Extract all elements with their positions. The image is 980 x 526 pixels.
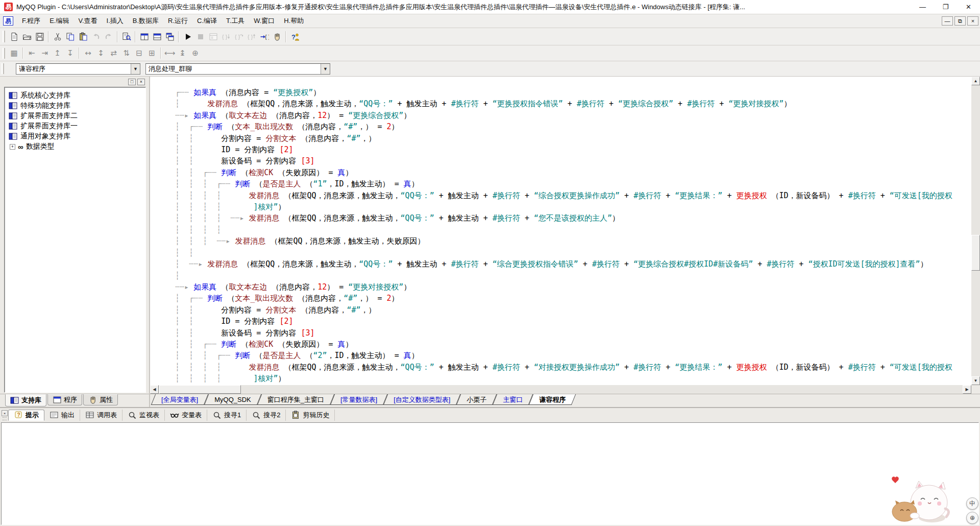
panel-grip[interactable] xyxy=(3,417,7,420)
center-in-window-button[interactable]: ⊕ xyxy=(189,47,202,60)
panel-tab-程序[interactable]: 程序 xyxy=(47,394,82,405)
mdi-close-button[interactable]: × xyxy=(967,16,978,26)
program-combobox[interactable]: 谦容程序 ▼ xyxy=(16,63,140,75)
chevron-down-icon[interactable]: ▼ xyxy=(131,64,140,74)
toolbar-grip[interactable] xyxy=(3,31,5,42)
align-left-button[interactable]: ⇤ xyxy=(26,47,38,60)
stop-button[interactable] xyxy=(194,30,207,43)
align-bottom-button[interactable]: ↧ xyxy=(64,47,77,60)
tree-item-support-library[interactable]: 扩展界面支持库二 xyxy=(6,111,144,121)
code-line[interactable]: ┆ xyxy=(175,270,971,281)
menu-item-e[interactable]: E.编辑 xyxy=(45,14,74,28)
file-tab-常量数据表[interactable]: [常量数据表] xyxy=(332,394,385,405)
redo-button[interactable] xyxy=(102,30,115,43)
output-content-area[interactable] xyxy=(1,422,979,525)
floating-widget-ime[interactable]: 中 xyxy=(966,497,978,510)
code-line[interactable]: ┆ ┆ 新设备码 = 分割内容 [3] xyxy=(175,155,971,166)
menu-item-i[interactable]: I.插入 xyxy=(102,14,128,28)
horizontal-scrollbar[interactable]: ◀ ▶ xyxy=(150,385,971,394)
save-button[interactable] xyxy=(33,30,46,43)
menu-item-w[interactable]: W.窗口 xyxy=(249,14,279,28)
code-line[interactable]: ┆ ┆ 分割内容 = 分割文本 （消息内容，“#”，） xyxy=(175,304,971,316)
output-tab-提示[interactable]: ?提示 xyxy=(8,410,44,421)
code-line[interactable]: ┆ ┆ ┆ ┆ 发群消息 （框架QQ，消息来源，触发主动，“QQ号：” + 触发… xyxy=(175,362,971,373)
cut-button[interactable] xyxy=(51,30,64,43)
menu-item-t[interactable]: T.工具 xyxy=(222,14,249,28)
scroll-left-button[interactable]: ◀ xyxy=(150,385,159,394)
same-height-button[interactable]: ⊞ xyxy=(145,47,158,60)
window-cascade-button[interactable] xyxy=(163,30,176,43)
step-into-button[interactable]: { } xyxy=(219,30,232,43)
space-across-button[interactable]: ⇄ xyxy=(107,47,120,60)
code-line[interactable]: ┆ ┌┄┄ 判断 （文本_取出现次数 （消息内容，“#”，） = 2） xyxy=(175,121,971,132)
find-button[interactable] xyxy=(120,30,133,43)
minimize-button[interactable]: — xyxy=(911,0,934,14)
code-line[interactable]: ┄┄▸ 如果真 （取文本左边 （消息内容，12） = “更换对接授权”） xyxy=(175,281,971,293)
file-tab-窗口程序集_主窗口[interactable]: 窗口程序集_主窗口 xyxy=(259,394,332,405)
chevron-down-icon[interactable]: ▼ xyxy=(321,64,330,74)
code-line[interactable]: ┆ ┆ ┆ ┆ ]核对”） xyxy=(175,373,971,384)
panel-close-button[interactable]: × xyxy=(137,79,145,85)
code-line[interactable]: ┆ ┆ ID = 分割内容 [2] xyxy=(175,144,971,155)
file-tab-自定义数据类型表[interactable]: [自定义数据类型表] xyxy=(385,394,458,405)
tree-item-support-library[interactable]: 系统核心支持库 xyxy=(6,90,144,101)
output-tab-输出[interactable]: 输出 xyxy=(44,410,80,421)
code-line[interactable]: ┆ ┆ ┆ ┌┄┄ 判断 （是否是主人 （“1”，ID，触发主动） = 真） xyxy=(175,178,971,189)
code-line[interactable]: ┆ ┆ xyxy=(175,247,971,258)
file-tab-主窗口[interactable]: 主窗口 xyxy=(495,394,531,405)
file-tab-全局变量表[interactable]: [全局变量表] xyxy=(153,394,206,405)
output-tab-变量表[interactable]: 变量表 xyxy=(165,410,207,421)
mdi-minimize-button[interactable]: — xyxy=(942,16,953,26)
align-right-button[interactable]: ⇥ xyxy=(38,47,51,60)
close-button[interactable]: ✕ xyxy=(957,0,980,14)
output-tab-搜寻1[interactable]: 搜寻1 xyxy=(207,410,247,421)
undo-button[interactable] xyxy=(89,30,102,43)
pause-hand-button[interactable] xyxy=(271,30,283,43)
center-horizontal-button[interactable]: ↔ xyxy=(82,47,94,60)
vertical-scroll-thumb[interactable] xyxy=(971,235,980,271)
code-line[interactable]: ┆ ┆ ┆ ┄┄▸ 发群消息 （框架QQ，消息来源，触发主动，失败原因） xyxy=(175,235,971,247)
toolbar-grip[interactable] xyxy=(3,48,5,59)
code-editor[interactable]: ┌┄┄ 如果真 （消息内容 = “更换授权”）┆ 发群消息 （框架QQ，消息来源… xyxy=(150,77,971,385)
same-width-button[interactable]: ⊟ xyxy=(133,47,145,60)
code-line[interactable]: ┆ ┆ ID = 分割内容 [2] xyxy=(175,316,971,327)
help-wizard-button[interactable]: ? xyxy=(288,30,301,43)
menu-item-f[interactable]: F.程序 xyxy=(17,14,45,28)
file-tab-MyQQ_SDK[interactable]: MyQQ_SDK xyxy=(206,394,259,405)
output-tab-监视表[interactable]: 监视表 xyxy=(122,410,165,421)
run-button[interactable] xyxy=(181,30,194,43)
support-library-tree[interactable]: 系统核心支持库特殊功能支持库扩展界面支持库二扩展界面支持库一通用对象支持库+∞数… xyxy=(4,87,146,393)
menu-item-v[interactable]: V.查看 xyxy=(74,14,102,28)
step-out-button[interactable]: { } xyxy=(245,30,258,43)
copy-button[interactable] xyxy=(64,30,77,43)
mdi-document-icon[interactable]: 易 xyxy=(3,16,13,26)
code-line[interactable]: ┆ ┆ ┆ ┆ ┄┄▸ 发群消息 （框架QQ，消息来源，触发主动，“QQ号：” … xyxy=(175,212,971,224)
output-tab-剪辑历史[interactable]: 剪辑历史 xyxy=(286,410,335,421)
code-line[interactable]: ┆ ┆ ┌┄┄ 判断 （检测CK （失败原因） = 真） xyxy=(175,339,971,350)
center-vertical-button[interactable]: ↕ xyxy=(94,47,107,60)
code-line[interactable]: ┆ ┆ ┆ ┆ ]核对”） xyxy=(175,201,971,212)
new-file-button[interactable] xyxy=(8,30,20,43)
panel-tab-支持库[interactable]: 支持库 xyxy=(5,394,46,407)
window-split-horizontal-button[interactable] xyxy=(151,30,163,43)
tree-item-support-library[interactable]: 通用对象支持库 xyxy=(6,131,144,141)
code-line[interactable]: ┆ ┆ 分割内容 = 分割文本 （消息内容，“#”，） xyxy=(175,133,971,144)
output-tab-搜寻2[interactable]: 搜寻2 xyxy=(247,410,286,421)
menu-item-h[interactable]: H.帮助 xyxy=(279,14,308,28)
routine-combobox[interactable]: 消息处理_群聊 ▼ xyxy=(145,63,330,75)
tree-item-data-types[interactable]: +∞数据类型 xyxy=(6,141,144,152)
fit-width-button[interactable]: ⟷ xyxy=(163,47,176,60)
tree-expand-icon[interactable]: + xyxy=(10,144,15,150)
maximize-button[interactable]: ❐ xyxy=(934,0,957,14)
output-tab-调用表[interactable]: 调用表 xyxy=(80,410,122,421)
panel-float-button[interactable]: □ xyxy=(128,79,136,85)
scroll-up-button[interactable]: ▲ xyxy=(971,77,980,85)
run-to-cursor-button[interactable]: { } xyxy=(258,30,271,43)
paste-button[interactable] xyxy=(77,30,89,43)
code-line[interactable]: ┄┄▸ 如果真 （取文本左边 （消息内容，12） = “更换综合授权”） xyxy=(175,110,971,121)
code-line[interactable]: ┆ ┌┄┄ 判断 （文本_取出现次数 （消息内容，“#”，） = 2） xyxy=(175,293,971,304)
menu-item-b[interactable]: B.数据库 xyxy=(128,14,163,28)
menu-item-r[interactable]: R.运行 xyxy=(163,14,192,28)
space-down-button[interactable]: ⇅ xyxy=(120,47,133,60)
align-top-button[interactable]: ↥ xyxy=(51,47,64,60)
